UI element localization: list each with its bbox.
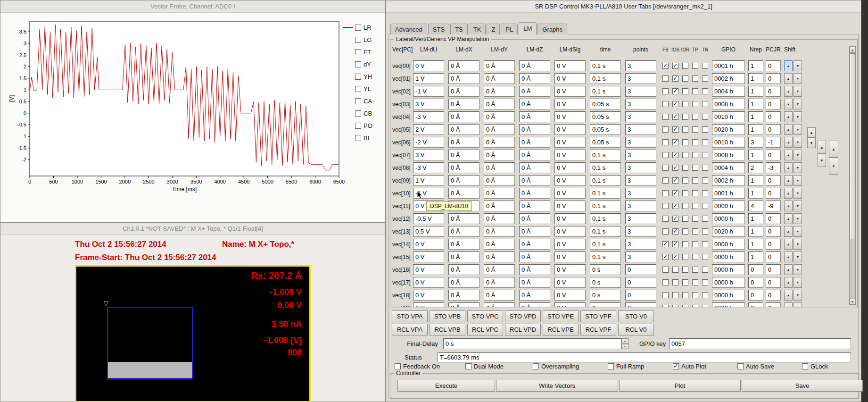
sto-vpd-button[interactable]: STO VPD [505,310,541,322]
pcjr-input[interactable]: 0 [766,124,781,135]
lm-dz-input[interactable]: 0 Å [519,175,550,186]
dsp-titlebar[interactable]: SR DSP Control MK3-PLL/A810 User Tabs [/… [386,0,861,13]
shift-up-button[interactable]: ▲ [784,73,793,84]
gpio-input[interactable]: 0001 h [712,188,745,199]
pcjr-input[interactable]: 0 [766,73,781,84]
ior-checkbox[interactable] [680,305,690,307]
lm-du-input[interactable]: 0.5 V [413,226,444,237]
ior-checkbox[interactable] [680,139,690,145]
time-input[interactable]: 0.1 s [590,213,621,224]
lm-du-input[interactable]: 0 V [413,60,444,71]
points-input[interactable]: 0 [625,277,656,288]
nrep-input[interactable]: 0 [748,302,763,307]
fb-checkbox[interactable] [661,305,670,307]
scan-titlebar[interactable]: Ch1:0.1 *NOT-SAVED* : M X+ Topo, * Q1/1 … [0,223,385,235]
tp-checkbox[interactable] [690,101,700,107]
time-input[interactable]: 0 s [590,302,621,307]
tn-checkbox[interactable] [700,101,710,107]
lm-dx-input[interactable]: 0 Å [448,150,479,160]
lm-dz-input[interactable]: 0 Å [519,124,550,135]
tp-checkbox[interactable] [690,254,700,260]
lm-dy-input[interactable]: 0 Å [484,99,515,109]
pcjr-input[interactable]: 0 [766,277,781,288]
lm-du-input[interactable]: 0 V [413,251,444,262]
tn-checkbox[interactable] [700,126,710,133]
lm-dx-input[interactable]: 0 Å [448,290,479,301]
lm-dx-input[interactable]: 0 Å [448,188,479,199]
lm-dx-input[interactable]: 0 Å [448,239,479,250]
vp-block-up-button[interactable]: ▲ [818,141,826,154]
gpio-input[interactable]: 0010 h [712,137,745,148]
lm-dx-input[interactable]: 0 Å [448,86,479,97]
lm-dy-input[interactable]: 0 Å [484,175,515,186]
lm-du-input[interactable]: -3 V [413,111,444,122]
fb-checkbox[interactable] [661,177,670,184]
gpio-input[interactable]: 0002 h [712,73,745,84]
gpio-input[interactable]: 0000 h [712,201,745,211]
lm-du-input[interactable]: -1 V [413,86,444,97]
ior-checkbox[interactable] [680,126,690,133]
gpio-input[interactable]: 0000 h [712,251,745,262]
scrollbar-down-icon[interactable]: ▼ [850,299,855,305]
nrep-input[interactable]: 1 [748,213,763,224]
lm-dx-input[interactable]: 0 Å [448,73,479,84]
shift-down-button[interactable]: ▼ [794,162,802,173]
lm-dy-input[interactable]: 0 Å [484,239,515,250]
spin-down-icon[interactable]: ▼ [621,344,628,350]
lm-du-input[interactable]: 0 V [413,239,444,250]
flag-full-ramp[interactable]: Full Ramp [608,363,644,370]
tp-checkbox[interactable] [690,114,700,120]
lm-dx-input[interactable]: 0 Å [448,226,479,237]
vp-page-up-button[interactable]: ▲ [807,127,816,138]
points-input[interactable]: 3 [625,150,656,160]
lm-du-input[interactable]: 2 V [413,124,444,135]
pcjr-input[interactable]: 0 [766,150,781,160]
tp-checkbox[interactable] [690,126,700,133]
ios-checkbox[interactable] [670,241,680,247]
ios-checkbox[interactable] [670,254,680,260]
scrollbar-thumb[interactable] [850,53,855,239]
points-input[interactable]: 3 [625,175,656,186]
ior-checkbox[interactable] [680,152,690,158]
fb-checkbox[interactable] [661,152,670,158]
lm-dz-input[interactable]: 0 Å [519,201,550,211]
nrep-input[interactable]: 3 [748,137,763,148]
shift-up-button[interactable]: ▲ [784,175,793,186]
lm-du-input[interactable]: 0 V [413,290,444,301]
lm-dy-input[interactable]: 0 Å [484,302,515,307]
lm-dz-input[interactable]: 0 Å [519,162,550,173]
lm-dz-input[interactable]: 0 Å [519,111,550,122]
lm-dx-input[interactable]: 0 Å [448,162,479,173]
shift-down-button[interactable]: ▼ [794,213,802,224]
lm-dx-input[interactable]: 0 Å [448,137,479,148]
ios-checkbox[interactable] [670,152,680,158]
fb-checkbox[interactable] [661,101,670,107]
nrep-input[interactable]: 1 [748,124,763,135]
lm-dx-input[interactable]: 0 Å [448,251,479,262]
pcjr-input[interactable]: 0 [766,175,781,186]
ior-checkbox[interactable] [680,267,690,273]
tp-checkbox[interactable] [690,241,700,247]
flag-auto-save[interactable]: Auto Save [737,363,774,370]
gpio-input[interactable]: 0000 h [712,213,745,224]
lm-dsig-input[interactable]: 0 V [554,239,586,250]
lm-dsig-input[interactable]: 0 V [554,137,586,148]
time-input[interactable]: 0.1 s [590,239,621,250]
fb-checkbox[interactable] [661,114,670,120]
fb-checkbox[interactable] [661,165,670,171]
lm-dx-input[interactable]: 0 Å [448,213,479,224]
tn-checkbox[interactable] [700,75,710,82]
tn-checkbox[interactable] [700,114,710,120]
ior-checkbox[interactable] [680,292,690,298]
lm-dy-input[interactable]: 0 Å [484,264,515,275]
nrep-input[interactable]: 0 [748,277,763,288]
scrollbar-up-icon[interactable]: ▲ [850,47,855,53]
ior-checkbox[interactable] [680,88,690,94]
vp-block-down-button[interactable]: ▼ [818,154,826,167]
shift-up-button[interactable]: ▲ [784,111,793,122]
lm-dsig-input[interactable]: 0 V [554,290,586,301]
fb-checkbox[interactable] [661,88,670,94]
lm-du-input[interactable]: -2 V [413,137,444,148]
shift-down-button[interactable]: ▼ [794,99,802,109]
ios-checkbox[interactable] [670,101,680,107]
